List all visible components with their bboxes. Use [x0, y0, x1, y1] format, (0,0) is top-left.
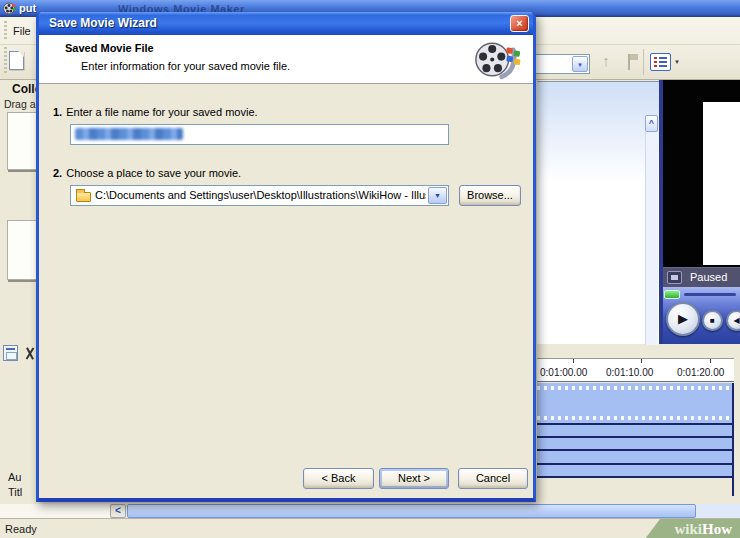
timeline-tracks [537, 383, 734, 496]
video-track[interactable] [537, 383, 732, 425]
chevron-down-icon: ▼ [573, 57, 587, 73]
ruler-tick-label: 0:01:10.00 [606, 367, 653, 378]
scroll-left-button[interactable]: < [110, 504, 126, 518]
timeline-ruler[interactable]: 0:01:00.00 0:01:10.00 0:01:20.00 [537, 358, 734, 382]
transition-track[interactable] [537, 425, 732, 438]
censored-filename [75, 128, 183, 140]
browse-button[interactable]: Browse... [459, 185, 521, 206]
save-location-dropdown-button[interactable]: ▼ [428, 187, 447, 204]
file-name-input[interactable] [70, 124, 449, 145]
up-level-icon[interactable]: ↑ [596, 51, 616, 73]
dialog-heading: Saved Movie File [65, 42, 154, 54]
scrollbar-gutter [0, 504, 110, 518]
scroll-up-button[interactable]: ^ [645, 115, 658, 132]
menubar-gripper[interactable] [4, 21, 7, 39]
timeline-view-icon[interactable] [3, 345, 18, 361]
status-bar: Ready wikiHow [0, 518, 740, 538]
playback-status-bar: Paused [663, 267, 740, 287]
ruler-tick-mark [573, 359, 574, 363]
collection-combobox[interactable]: ▼ [528, 54, 590, 74]
toolbar-separator [643, 49, 644, 75]
background-window-title: put [19, 2, 36, 14]
clip-thumbnail[interactable] [7, 112, 37, 170]
horizontal-scrollbar-thumb[interactable] [127, 504, 696, 518]
menu-item-file[interactable]: File [13, 25, 31, 37]
play-button[interactable]: ▶ [666, 302, 700, 336]
tasks-icon[interactable] [619, 51, 639, 73]
cancel-button[interactable]: Cancel [458, 468, 528, 489]
collection-combo-arrow[interactable]: ▼ [572, 56, 588, 72]
step2-label: 2.Choose a place to save your movie. [53, 167, 241, 179]
track-label-audio: Au [8, 471, 21, 483]
status-text: Ready [5, 523, 37, 535]
monitor-icon [667, 271, 682, 284]
wikihow-watermark: wikiHow [615, 519, 740, 538]
playback-controls: ▶ ■ ◀ [663, 287, 740, 344]
save-location-combobox[interactable]: C:\Documents and Settings\user\Desktop\I… [70, 185, 449, 206]
preview-monitor: Paused ▶ ■ ◀ [659, 80, 740, 344]
close-icon[interactable]: × [510, 15, 529, 32]
save-path-value: C:\Documents and Settings\user\Desktop\I… [95, 186, 426, 205]
step1-label: 1.Enter a file name for your saved movie… [53, 106, 258, 118]
ruler-tick-label: 0:01:20.00 [677, 367, 724, 378]
seek-track[interactable] [684, 293, 736, 296]
track-label-title: Titl [8, 486, 22, 498]
chevron-down-icon: ▼ [429, 188, 446, 204]
dialog-title: Save Movie Wizard [49, 12, 157, 35]
seek-thumb[interactable] [664, 290, 680, 299]
audio-track[interactable] [537, 438, 732, 451]
dialog-subheading: Enter information for your saved movie f… [81, 60, 290, 72]
horizontal-scrollbar-track[interactable] [697, 504, 740, 518]
clip-thumbnail[interactable] [7, 220, 37, 280]
movie-reel-icon [473, 38, 521, 81]
collections-hint-text: Drag a [4, 98, 36, 110]
stop-button[interactable]: ■ [702, 310, 723, 331]
ruler-tick-label: 0:01:00.00 [540, 367, 587, 378]
views-caret-icon[interactable]: ▼ [674, 59, 680, 65]
dialog-body: 1.Enter a file name for your saved movie… [39, 84, 533, 497]
dialog-titlebar[interactable]: Save Movie Wizard × [39, 12, 533, 35]
save-movie-wizard-dialog: Save Movie Wizard × Saved Movie File Ent… [36, 12, 536, 502]
ruler-tick-mark [641, 359, 642, 363]
timeline-tool-icon[interactable] [23, 346, 37, 361]
folder-icon [76, 192, 91, 202]
movie-maker-app-icon [3, 2, 16, 15]
previous-frame-button[interactable]: ◀ [726, 310, 740, 331]
playback-status: Paused [690, 271, 727, 283]
next-button[interactable]: Next > [379, 468, 449, 489]
film-sprocket-row [537, 416, 732, 420]
movie-maker-screen: put Windows Movie Maker File ▼ ↑ ▼ Colle… [0, 0, 740, 538]
dialog-header: Saved Movie File Enter information for y… [39, 35, 533, 84]
audio-music-track[interactable] [537, 451, 732, 465]
title-overlay-track[interactable] [537, 465, 732, 478]
collections-pane: ^ [537, 81, 659, 344]
video-frame [703, 102, 740, 265]
film-sprocket-row [537, 386, 732, 390]
vertical-scrollbar-track[interactable] [645, 132, 658, 345]
views-icon[interactable] [650, 53, 671, 71]
toolbar-gripper[interactable] [4, 47, 7, 75]
back-button[interactable]: < Back [303, 468, 374, 489]
ruler-tick-mark [710, 359, 711, 363]
new-project-icon[interactable] [9, 51, 24, 70]
